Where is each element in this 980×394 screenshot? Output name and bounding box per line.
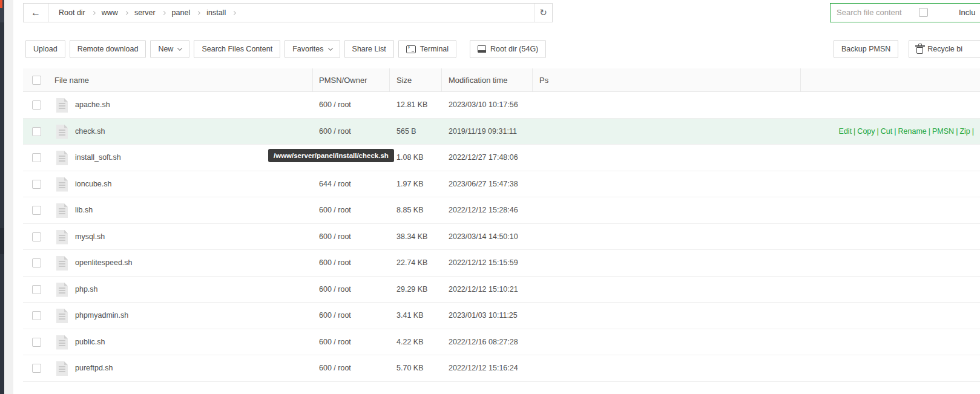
upload-button[interactable]: Upload [25, 40, 65, 58]
trash-icon [916, 47, 923, 54]
action-separator: | [929, 127, 930, 136]
recycle-bin-button[interactable]: Recycle bi [909, 40, 980, 58]
file-name[interactable]: phpmyadmin.sh [75, 303, 128, 329]
table-row[interactable]: apache.sh 600 / root 12.81 KB 2023/03/10… [23, 92, 980, 119]
row-action-pmsn[interactable]: PMSN [932, 127, 954, 136]
file-name[interactable]: check.sh [75, 119, 105, 145]
back-arrow-icon: ← [31, 7, 41, 18]
file-name[interactable]: openlitespeed.sh [75, 250, 133, 277]
file-size: 29.29 KB [396, 277, 427, 303]
new-dropdown-button[interactable]: New [150, 40, 189, 58]
refresh-button[interactable]: ↻ [534, 4, 552, 22]
table-row[interactable]: lib.sh 600 / root 8.85 KB 2022/12/12 15:… [23, 197, 980, 224]
disk-drive-icon [478, 45, 486, 53]
file-mtime: 2023/03/14 14:50:10 [449, 224, 518, 251]
file-owner: 600 / root [319, 224, 351, 251]
root-dir-button[interactable]: Root dir (54G) [470, 40, 546, 58]
file-name[interactable]: lib.sh [75, 197, 93, 224]
file-name[interactable]: mysql.sh [75, 224, 105, 251]
chevron-down-icon [327, 45, 332, 50]
row-checkbox[interactable] [32, 258, 41, 268]
header-modification-time[interactable]: Modification time [449, 68, 508, 92]
file-icon-lines [59, 208, 65, 209]
remote-download-button[interactable]: Remote download [70, 40, 146, 58]
table-row[interactable]: openlitespeed.sh 600 / root 22.74 KB 202… [23, 250, 980, 277]
back-button[interactable]: ← [24, 4, 48, 22]
header-size[interactable]: Size [396, 68, 412, 92]
file-icon-lines [59, 235, 65, 236]
file-icon [56, 283, 68, 297]
table-row[interactable]: ioncube.sh 644 / root 1.97 KB 2023/06/27… [23, 171, 980, 198]
breadcrumb-item[interactable]: server [134, 8, 156, 17]
select-all-checkbox[interactable] [32, 76, 41, 85]
row-action-copy[interactable]: Copy [857, 127, 875, 136]
header-owner[interactable]: PMSN/Owner [319, 68, 367, 92]
file-icon-fold [64, 361, 68, 365]
table-row[interactable]: public.sh 600 / root 4.22 KB 2022/12/16 … [23, 329, 980, 356]
row-checkbox[interactable] [32, 100, 41, 110]
file-icon [56, 256, 68, 271]
row-checkbox[interactable] [32, 311, 41, 320]
include-label: Inclu [959, 4, 975, 22]
search-files-content-button[interactable]: Search Files Content [194, 40, 280, 58]
row-actions: Edit|Copy|Cut|Rename|PMSN|Zip| [839, 119, 976, 145]
search-input[interactable]: Search file content [837, 4, 902, 22]
breadcrumb-item[interactable]: panel [172, 8, 191, 17]
row-checkbox[interactable] [32, 127, 41, 136]
breadcrumb-item[interactable]: www [102, 8, 118, 17]
table-row[interactable]: phpmyadmin.sh 600 / root 3.41 KB 2023/01… [23, 303, 980, 329]
breadcrumb-item[interactable]: install [206, 8, 226, 17]
row-action-zip[interactable]: Zip [959, 127, 970, 136]
row-checkbox[interactable] [32, 206, 41, 215]
file-icon [56, 98, 68, 113]
row-checkbox[interactable] [32, 338, 41, 347]
file-mtime: 2022/12/12 15:28:46 [449, 197, 518, 224]
row-action-rename[interactable]: Rename [898, 127, 927, 136]
file-name[interactable]: public.sh [75, 329, 105, 356]
file-icon [56, 151, 68, 165]
table-row[interactable]: pureftpd.sh 600 / root 5.70 KB 2022/12/1… [23, 355, 980, 382]
row-action-edit[interactable]: Edit [839, 127, 852, 136]
file-mtime: 2022/12/12 15:10:21 [449, 277, 518, 303]
chevron-right-icon [232, 10, 236, 15]
file-icon-fold [64, 177, 68, 181]
file-name[interactable]: pureftpd.sh [75, 355, 113, 382]
header-file-name[interactable]: File name [54, 68, 89, 92]
table-row[interactable]: mysql.sh 600 / root 38.34 KB 2023/03/14 … [23, 224, 980, 251]
share-list-button[interactable]: Share List [344, 40, 394, 58]
file-name[interactable]: apache.sh [75, 92, 110, 119]
table-row[interactable]: check.sh 600 / root 565 B 2019/11/19 09:… [23, 119, 980, 145]
file-name[interactable]: php.sh [75, 277, 98, 303]
chevron-right-icon [162, 10, 166, 15]
terminal-button[interactable]: Terminal [398, 40, 456, 58]
chevron-right-icon [124, 10, 128, 15]
file-owner: 644 / root [319, 171, 351, 198]
file-size: 4.22 KB [396, 329, 423, 356]
file-owner: 600 / root [319, 119, 351, 145]
row-checkbox[interactable] [32, 364, 41, 373]
toolbar: Upload Remote download New Search Files … [25, 40, 546, 58]
favorites-dropdown-button[interactable]: Favorites [284, 40, 340, 58]
include-checkbox[interactable] [919, 8, 928, 17]
row-checkbox[interactable] [32, 180, 41, 189]
header-separator [441, 68, 442, 91]
action-separator: | [972, 127, 974, 136]
action-separator: | [877, 127, 879, 136]
row-checkbox[interactable] [32, 153, 41, 162]
file-size: 565 B [396, 119, 416, 145]
file-name[interactable]: ioncube.sh [75, 171, 111, 198]
breadcrumb-item[interactable]: Root dir [59, 8, 85, 17]
table-row[interactable]: install_soft.sh 1.08 KB 2022/12/27 17:48… [23, 145, 980, 171]
table-row[interactable]: php.sh 600 / root 29.29 KB 2022/12/12 15… [23, 277, 980, 303]
file-size: 3.41 KB [396, 303, 423, 329]
row-checkbox[interactable] [32, 232, 41, 241]
file-name[interactable]: install_soft.sh [75, 145, 121, 171]
file-owner: 600 / root [319, 277, 351, 303]
row-action-cut[interactable]: Cut [881, 127, 892, 136]
terminal-icon [406, 45, 416, 53]
header-ps[interactable]: Ps [539, 68, 548, 92]
chevron-right-icon [196, 10, 200, 15]
row-checkbox[interactable] [32, 285, 41, 294]
file-mtime: 2022/12/16 08:27:28 [449, 329, 518, 356]
backup-pmsn-button[interactable]: Backup PMSN [834, 40, 898, 58]
